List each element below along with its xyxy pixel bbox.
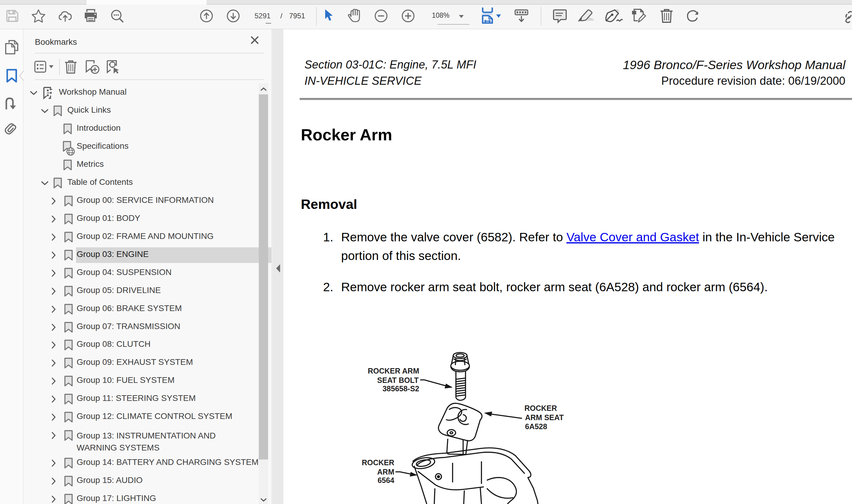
svg-text:SEAT BOLT: SEAT BOLT xyxy=(377,376,419,384)
svg-text:6A528: 6A528 xyxy=(525,422,547,431)
svg-text:6564: 6564 xyxy=(378,476,394,484)
svg-text:ROCKER ARM: ROCKER ARM xyxy=(368,367,419,375)
svg-text:ROCKER: ROCKER xyxy=(362,458,394,467)
svg-text:ARM SEAT: ARM SEAT xyxy=(525,413,564,422)
svg-text:ARM: ARM xyxy=(377,468,394,476)
svg-text:ROCKER: ROCKER xyxy=(524,404,557,412)
svg-text:385658-S2: 385658-S2 xyxy=(383,384,419,393)
